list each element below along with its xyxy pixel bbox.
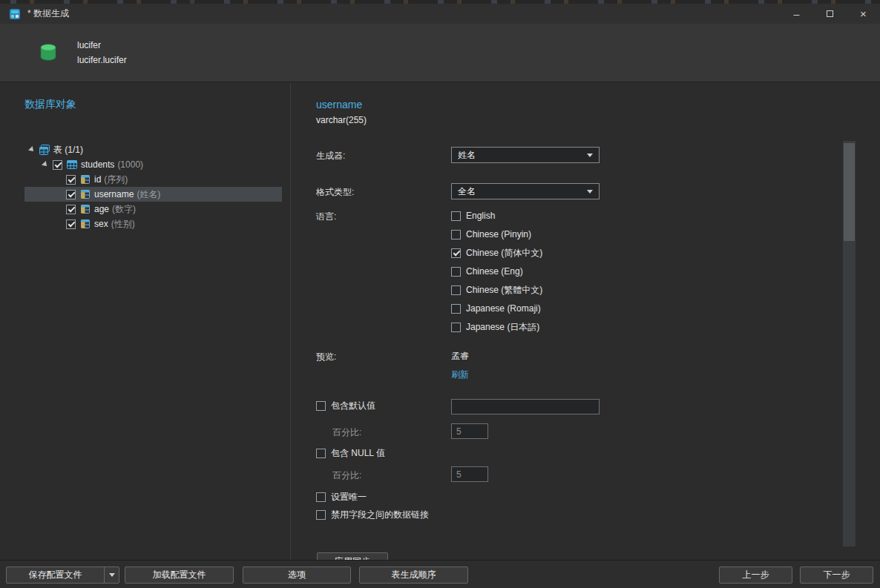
language-option-label: Chinese (Pinyin) <box>466 229 531 240</box>
format-select[interactable]: 全名 <box>451 183 600 199</box>
expand-arrow-icon[interactable] <box>42 161 49 168</box>
load-profile-label: 加载配置文件 <box>153 569 206 581</box>
tree-item-sex[interactable]: sex (性别) <box>24 217 282 231</box>
include-default-label: 包含默认值 <box>331 400 375 412</box>
field-settings-panel: username varchar(255) 生成器: 姓名 格式类型: 全名 语… <box>291 83 880 560</box>
checkbox[interactable] <box>451 304 461 314</box>
default-percent-row: 百分比: <box>316 423 880 439</box>
checkbox[interactable] <box>316 510 326 520</box>
language-option-chinese-pinyin[interactable]: Chinese (Pinyin) <box>451 228 542 240</box>
expand-arrow-icon[interactable] <box>28 146 36 153</box>
scrollbar-thumb[interactable] <box>844 143 855 241</box>
tree-item-tables[interactable]: 表 (1/1) <box>24 142 282 157</box>
save-profile-button[interactable]: 保存配置文件 <box>6 566 119 584</box>
vertical-scrollbar[interactable] <box>843 141 856 546</box>
checkbox[interactable] <box>451 267 461 277</box>
next-step-button[interactable]: 下一步 <box>800 566 873 584</box>
tree-item-suffix: (数字) <box>112 203 136 216</box>
refresh-link[interactable]: 刷新 <box>451 369 469 380</box>
database-objects-tree: 表 (1/1) students (1000) id <box>24 142 282 231</box>
load-profile-button[interactable]: 加载配置文件 <box>125 566 234 584</box>
language-option-japanese-romaji[interactable]: Japanese (Romaji) <box>451 303 542 314</box>
checkbox[interactable] <box>451 230 461 240</box>
include-null-row: 包含 NULL 值 <box>316 447 880 459</box>
table-generation-order-button[interactable]: 表生成顺序 <box>359 566 468 584</box>
null-percent-row: 百分比: <box>316 466 880 482</box>
generator-select[interactable]: 姓名 <box>451 147 600 163</box>
field-settings-form: 生成器: 姓名 格式类型: 全名 语言: English <box>316 147 880 560</box>
include-default-group: 包含默认值 <box>316 399 451 414</box>
maximize-button[interactable] <box>813 4 847 24</box>
tree-item-age[interactable]: age (数字) <box>24 202 282 217</box>
checkbox[interactable] <box>316 449 326 458</box>
previous-step-label: 上一步 <box>743 569 769 581</box>
checkbox[interactable] <box>316 401 326 411</box>
tree-item-id[interactable]: id (序列) <box>24 172 282 187</box>
unique-option[interactable]: 设置唯一 <box>316 491 367 503</box>
maximize-icon <box>827 10 833 17</box>
unique-row: 设置唯一 <box>316 491 880 503</box>
tree-item-suffix: (1000) <box>117 159 143 170</box>
checkbox[interactable] <box>66 205 76 214</box>
language-option-chinese-simplified[interactable]: Chinese (简体中文) <box>451 247 542 259</box>
chevron-down-icon <box>109 573 115 577</box>
tree-item-label: sex <box>94 219 108 229</box>
include-null-label: 包含 NULL 值 <box>331 447 385 460</box>
save-profile-dropdown[interactable] <box>104 567 119 583</box>
include-default-option[interactable]: 包含默认值 <box>316 400 451 412</box>
checkbox[interactable] <box>451 285 461 295</box>
generator-row: 生成器: 姓名 <box>316 147 880 163</box>
unique-label: 设置唯一 <box>331 491 367 503</box>
language-option-label: Japanese (Romaji) <box>466 303 541 314</box>
checkbox[interactable] <box>451 211 461 221</box>
previous-step-button[interactable]: 上一步 <box>719 566 792 584</box>
format-select-value: 全名 <box>458 185 587 198</box>
null-percent-input[interactable] <box>451 466 488 482</box>
tree-item-label: age <box>94 204 109 214</box>
checkbox[interactable] <box>66 190 76 199</box>
include-null-option[interactable]: 包含 NULL 值 <box>316 447 385 459</box>
checkbox[interactable] <box>451 323 461 332</box>
database-objects-title: 数据库对象 <box>24 98 76 111</box>
checkbox[interactable] <box>53 160 62 170</box>
chevron-down-icon <box>587 153 593 157</box>
generator-select-value: 姓名 <box>458 149 587 162</box>
language-option-japanese[interactable]: Japanese (日本語) <box>451 321 542 333</box>
close-button[interactable]: × <box>847 4 880 24</box>
default-value-input[interactable] <box>451 399 600 414</box>
minimize-button[interactable]: – <box>780 4 813 24</box>
database-icon <box>37 42 59 64</box>
language-option-chinese-eng[interactable]: Chinese (Eng) <box>451 265 542 277</box>
checkbox[interactable] <box>451 248 461 258</box>
preview-column: 孟睿 刷新 <box>451 350 469 380</box>
tree-item-label: students <box>81 159 114 170</box>
connection-header: lucifer lucifer.lucifer <box>0 24 880 82</box>
database-name: lucifer <box>77 40 127 50</box>
tree-item-suffix: (姓名) <box>137 188 160 201</box>
checkbox[interactable] <box>66 175 76 185</box>
next-step-label: 下一步 <box>824 569 850 581</box>
options-button[interactable]: 选项 <box>243 566 351 584</box>
default-percent-input[interactable] <box>451 423 488 439</box>
format-label: 格式类型: <box>316 183 451 199</box>
clipped-button[interactable]: 应用同步 <box>317 552 388 560</box>
language-option-label: Chinese (简体中文) <box>466 247 542 260</box>
window-controls: – × <box>780 4 880 24</box>
options-label: 选项 <box>288 569 306 581</box>
save-profile-label: 保存配置文件 <box>7 569 104 581</box>
footer-bar: 保存配置文件 加载配置文件 选项 表生成顺序 上一步 下一步 <box>0 560 880 588</box>
checkbox[interactable] <box>316 492 326 502</box>
language-option-english[interactable]: English <box>451 210 542 222</box>
tree-item-suffix: (性别) <box>111 218 135 231</box>
language-row: 语言: English Chinese (Pinyin) Chinese (简体… <box>316 210 880 333</box>
language-option-chinese-traditional[interactable]: Chinese (繁體中文) <box>451 284 542 296</box>
field-name: username <box>316 99 880 112</box>
tree-item-username[interactable]: username (姓名) <box>24 187 282 202</box>
titlebar: * 数据生成 – × <box>0 4 880 24</box>
disable-link-row: 禁用字段之间的数据链接 <box>316 509 880 521</box>
tree-item-label: username <box>94 189 134 199</box>
checkbox[interactable] <box>66 219 76 229</box>
tree-item-students[interactable]: students (1000) <box>24 157 282 172</box>
disable-link-option[interactable]: 禁用字段之间的数据链接 <box>316 509 429 521</box>
language-checklist: English Chinese (Pinyin) Chinese (简体中文) … <box>451 210 542 333</box>
